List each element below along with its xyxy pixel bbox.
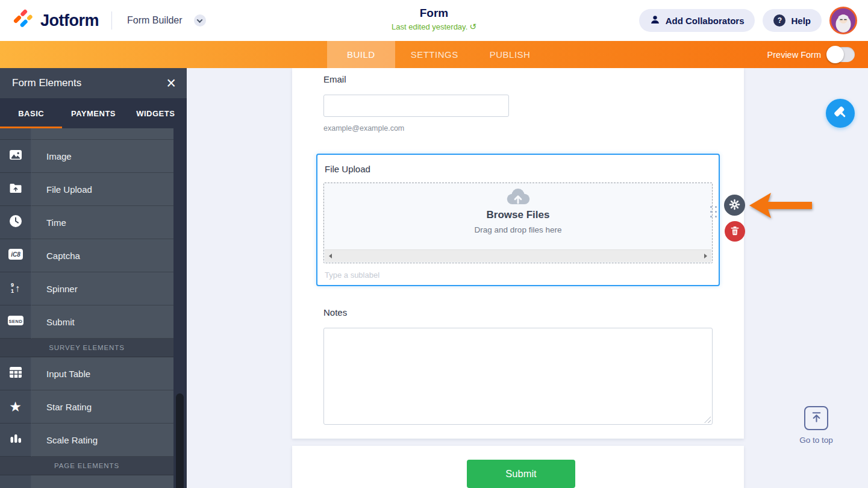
- avatar[interactable]: [829, 7, 857, 34]
- scale-rating-icon: [9, 432, 22, 448]
- app-header: Jotform Form Builder Form Last edited ye…: [0, 0, 868, 41]
- file-dropzone[interactable]: Browse Files Drag and drop files here: [323, 183, 713, 263]
- cloud-upload-icon: [324, 187, 712, 208]
- annotation-arrow-icon: [748, 191, 814, 222]
- send-icon: SEND: [7, 315, 24, 328]
- builder-nav: BUILD SETTINGS PUBLISH Preview Form: [0, 41, 868, 68]
- trash-icon: [731, 226, 739, 237]
- email-field-label[interactable]: Email: [323, 74, 346, 84]
- element-item-scale-rating[interactable]: Scale Rating: [0, 424, 187, 457]
- browse-files-button[interactable]: Browse Files: [324, 209, 712, 221]
- question-icon: ?: [773, 14, 785, 27]
- jotform-logo-icon[interactable]: [13, 9, 34, 32]
- list-item-partial: [0, 128, 187, 140]
- notes-textarea[interactable]: [323, 328, 713, 425]
- element-item-captcha[interactable]: iC8 Captcha: [0, 239, 187, 272]
- file-upload-icon: [9, 182, 22, 196]
- time-icon: [9, 214, 22, 230]
- element-item-input-table[interactable]: Input Table: [0, 357, 187, 390]
- file-upload-field-selected[interactable]: File Upload Browse Files Drag and drop f…: [316, 154, 720, 286]
- add-collaborators-button[interactable]: Add Collaborators: [639, 9, 755, 32]
- person-icon: [650, 14, 660, 27]
- header-divider: [111, 11, 112, 30]
- tab-publish[interactable]: PUBLISH: [474, 41, 546, 68]
- submit-button[interactable]: Submit: [467, 460, 575, 488]
- element-item-image[interactable]: Image: [0, 140, 187, 173]
- jotform-wordmark[interactable]: Jotform: [40, 11, 99, 30]
- tab-widgets[interactable]: WIDGETS: [125, 98, 187, 128]
- notes-field-label[interactable]: Notes: [323, 307, 347, 318]
- product-name: Form Builder: [127, 15, 183, 26]
- drag-drop-hint: Drag and drop files here: [324, 225, 712, 234]
- element-item-spinner[interactable]: 91 ↑ Spinner: [0, 272, 187, 305]
- svg-text:iC8: iC8: [11, 251, 20, 258]
- form-canvas-card: Email example@example.com File Upload Br…: [292, 68, 744, 439]
- sidebar-scrollbar[interactable]: [176, 393, 184, 488]
- email-input[interactable]: [323, 95, 509, 117]
- scroll-left-icon[interactable]: [329, 254, 332, 258]
- captcha-icon: iC8: [8, 248, 23, 263]
- tab-basic[interactable]: BASIC: [0, 98, 62, 128]
- submit-card: Submit: [292, 446, 744, 488]
- tab-payments[interactable]: PAYMENTS: [62, 98, 124, 128]
- tab-settings[interactable]: SETTINGS: [395, 41, 474, 68]
- dropzone-horizontal-scrollbar[interactable]: [325, 249, 711, 262]
- product-switcher-button[interactable]: [194, 14, 206, 27]
- help-button[interactable]: ? Help: [763, 9, 822, 32]
- email-sublabel: example@example.com: [323, 124, 404, 133]
- preview-form-label: Preview Form: [767, 50, 821, 60]
- input-table-icon: [9, 366, 22, 381]
- field-settings-button[interactable]: [724, 195, 745, 216]
- section-header-survey: SURVEY ELEMENTS: [0, 339, 187, 357]
- svg-text:SEND: SEND: [8, 319, 22, 324]
- section-header-page: PAGE ELEMENTS: [0, 457, 187, 475]
- element-item-divider[interactable]: Divider: [0, 475, 187, 488]
- toggle-knob: [826, 46, 844, 63]
- go-to-top: Go to top: [791, 406, 841, 445]
- preview-form-toggle[interactable]: [827, 47, 855, 62]
- form-elements-panel: Form Elements × BASIC PAYMENTS WIDGETS I…: [0, 68, 187, 488]
- form-designer-button[interactable]: [826, 99, 855, 128]
- paint-roller-icon: [833, 105, 848, 122]
- sublabel-placeholder[interactable]: Type a sublabel: [325, 271, 379, 280]
- element-item-time[interactable]: Time: [0, 206, 187, 239]
- tab-build[interactable]: BUILD: [327, 41, 395, 68]
- element-item-file-upload[interactable]: File Upload: [0, 173, 187, 206]
- scroll-right-icon[interactable]: [704, 254, 707, 258]
- close-icon[interactable]: ×: [166, 75, 176, 92]
- go-to-top-button[interactable]: [804, 406, 828, 430]
- spinner-icon: 91 ↑: [11, 283, 20, 295]
- star-rating-icon: ★: [9, 400, 22, 414]
- image-icon: [9, 148, 22, 164]
- gear-icon: [729, 199, 740, 212]
- file-upload-label[interactable]: File Upload: [325, 164, 370, 174]
- arrow-up-to-line-icon: [810, 410, 823, 426]
- drag-handle-dots[interactable]: [710, 206, 717, 217]
- chevron-down-icon: [197, 17, 203, 23]
- element-item-submit[interactable]: SEND Submit: [0, 305, 187, 339]
- go-to-top-label: Go to top: [791, 436, 841, 445]
- field-delete-button[interactable]: [725, 221, 745, 242]
- element-item-star-rating[interactable]: ★ Star Rating: [0, 390, 187, 424]
- divider-icon: [9, 484, 22, 488]
- undo-icon[interactable]: ↺: [469, 22, 476, 31]
- panel-title: Form Elements: [12, 77, 81, 89]
